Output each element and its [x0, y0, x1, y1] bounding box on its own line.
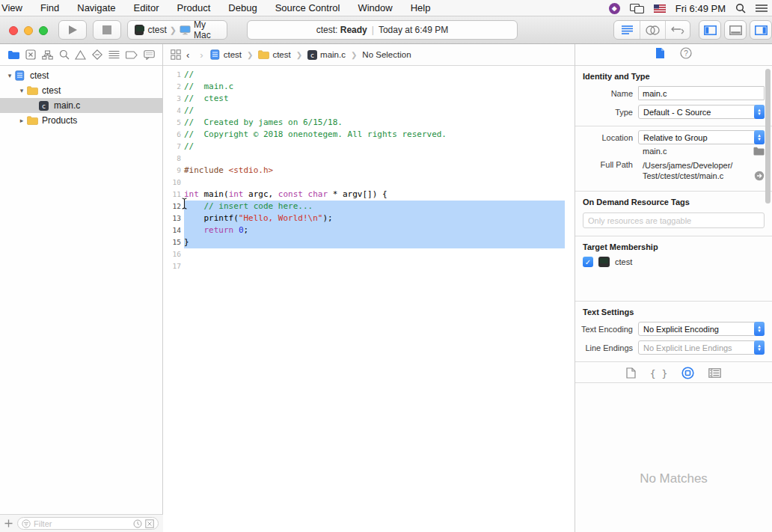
add-button[interactable]	[4, 519, 13, 528]
project-navigator-icon[interactable]	[7, 50, 19, 60]
file-template-library-icon[interactable]	[626, 367, 636, 380]
code-line-4[interactable]: 4//	[163, 105, 575, 117]
code-line-1[interactable]: 1//	[163, 69, 575, 81]
find-navigator-icon[interactable]	[59, 49, 70, 60]
breadcrumb-item-ctest[interactable]: ctest	[258, 50, 290, 59]
symbol-navigator-icon[interactable]	[42, 50, 53, 60]
code-line-9[interactable]: 9#include <stdio.h>	[163, 165, 575, 177]
breadcrumb-item-no-selection[interactable]: No Selection	[362, 50, 411, 59]
code-line-14[interactable]: 14 return 0;	[163, 224, 575, 236]
notification-center-icon[interactable]	[756, 4, 768, 13]
code-text[interactable]: int main(int argc, const char * argv[]) …	[184, 189, 565, 201]
code-text[interactable]: //	[184, 69, 565, 81]
code-line-2[interactable]: 2// main.c	[163, 81, 575, 93]
file-inspector-tab[interactable]	[655, 47, 665, 62]
go-back-button[interactable]: ‹	[186, 49, 189, 61]
menu-window[interactable]: Window	[349, 0, 401, 16]
disclosure-triangle-icon[interactable]: ▸	[16, 117, 27, 124]
type-dropdown[interactable]: Default - C Source ▲▼	[638, 105, 765, 119]
minimize-window-button[interactable]	[24, 26, 33, 35]
toggle-debug-area-button[interactable]	[724, 20, 747, 40]
open-path-arrow-icon[interactable]	[754, 171, 765, 181]
issue-navigator-icon[interactable]	[75, 50, 86, 60]
code-text[interactable]: }	[184, 236, 565, 248]
tree-item-ctest[interactable]: ▾ctest	[0, 68, 162, 83]
source-control-navigator-icon[interactable]	[25, 49, 36, 60]
menu-view[interactable]: View	[0, 0, 31, 16]
test-navigator-icon[interactable]	[92, 49, 102, 60]
choose-folder-icon[interactable]	[753, 147, 765, 156]
spotlight-icon[interactable]	[735, 3, 746, 13]
inspector-scrollbar[interactable]	[765, 69, 771, 204]
displays-icon[interactable]	[630, 4, 644, 13]
code-line-7[interactable]: 7//	[163, 141, 575, 153]
related-items-icon[interactable]	[171, 49, 181, 60]
disclosure-triangle-icon[interactable]: ▾	[4, 72, 15, 79]
menu-find[interactable]: Find	[31, 0, 68, 16]
breadcrumb-item-ctest[interactable]: ctest	[210, 49, 242, 60]
close-window-button[interactable]	[9, 26, 18, 35]
menu-editor[interactable]: Editor	[125, 0, 168, 16]
version-editor-button[interactable]	[665, 21, 690, 39]
gem-app-icon[interactable]: ◆	[609, 3, 620, 14]
stop-button[interactable]	[93, 20, 121, 40]
recents-clock-icon[interactable]	[133, 519, 142, 528]
run-button[interactable]	[58, 20, 87, 40]
code-snippet-library-icon[interactable]: { }	[650, 368, 667, 379]
code-line-15[interactable]: 15}	[163, 236, 575, 248]
source-code-editor[interactable]: 1//2// main.c3// ctest4//5// Created by …	[163, 66, 575, 272]
text-encoding-dropdown[interactable]: No Explicit Encoding ▲▼	[638, 322, 765, 336]
media-library-icon[interactable]	[708, 368, 721, 379]
disclosure-triangle-icon[interactable]: ▾	[16, 87, 27, 94]
code-text[interactable]: // Created by james on 6/15/18.	[184, 117, 565, 129]
breakpoint-navigator-icon[interactable]	[126, 51, 138, 59]
line-endings-dropdown[interactable]: No Explicit Line Endings ▲▼	[638, 340, 765, 355]
code-text[interactable]: // main.c	[184, 81, 565, 93]
breadcrumb-item-main-c[interactable]: cmain.c	[307, 50, 346, 60]
code-line-11[interactable]: 11int main(int argc, const char * argv[]…	[163, 189, 575, 201]
code-line-5[interactable]: 5// Created by james on 6/15/18.	[163, 117, 575, 129]
code-line-8[interactable]: 8	[163, 153, 575, 165]
code-line-3[interactable]: 3// ctest	[163, 93, 575, 105]
location-dropdown[interactable]: Relative to Group ▲▼	[638, 130, 765, 144]
debug-navigator-icon[interactable]	[108, 50, 120, 59]
assistant-editor-button[interactable]	[640, 21, 664, 39]
tree-item-products[interactable]: ▸Products	[0, 113, 162, 128]
code-text[interactable]: // Copyright © 2018 onenotegem. All righ…	[184, 129, 565, 141]
resource-tags-input[interactable]: Only resources are taggable	[583, 213, 765, 228]
navigator-filter-input[interactable]: Filter	[17, 517, 159, 530]
standard-editor-button[interactable]	[614, 21, 640, 39]
code-line-16[interactable]: 16	[163, 248, 575, 260]
code-text[interactable]: printf("Hello, World!\n");	[184, 213, 565, 224]
toggle-navigator-button[interactable]	[699, 20, 721, 40]
menu-help[interactable]: Help	[402, 0, 440, 16]
scm-status-filter-icon[interactable]	[145, 519, 154, 528]
menubar-clock[interactable]: Fri 6:49 PM	[676, 3, 726, 14]
tree-item-ctest[interactable]: ▾ctest	[0, 83, 162, 98]
quick-help-tab[interactable]: ?	[680, 47, 692, 62]
code-text[interactable]: //	[184, 105, 565, 117]
target-row[interactable]: ✓ ctest	[575, 254, 772, 269]
scheme-selector[interactable]: ctest ❯ My Mac	[127, 20, 227, 40]
menu-source-control[interactable]: Source Control	[266, 0, 349, 16]
code-line-6[interactable]: 6// Copyright © 2018 onenotegem. All rig…	[163, 129, 575, 141]
object-library-icon[interactable]	[681, 367, 694, 381]
code-text[interactable]: //	[184, 141, 565, 153]
code-line-10[interactable]: 10	[163, 177, 575, 189]
code-text[interactable]: #include <stdio.h>	[184, 165, 565, 177]
go-forward-button[interactable]: ›	[200, 49, 203, 61]
menu-debug[interactable]: Debug	[219, 0, 266, 16]
name-field[interactable]: main.c	[638, 86, 765, 100]
zoom-window-button[interactable]	[39, 26, 48, 35]
tree-item-main-c[interactable]: cmain.c	[0, 98, 162, 113]
code-text[interactable]: return 0;	[184, 224, 565, 236]
code-line-13[interactable]: 13 printf("Hello, World!\n");	[163, 213, 575, 224]
toggle-inspector-button[interactable]	[750, 20, 772, 40]
menu-product[interactable]: Product	[168, 0, 220, 16]
code-text[interactable]: // insert code here...	[184, 201, 565, 213]
menu-navigate[interactable]: Navigate	[68, 0, 124, 16]
code-text[interactable]: // ctest	[184, 93, 565, 105]
code-line-12[interactable]: 12 // insert code here...	[163, 201, 575, 213]
target-checkbox[interactable]: ✓	[583, 257, 593, 267]
us-flag-input-source-icon[interactable]	[654, 4, 666, 13]
